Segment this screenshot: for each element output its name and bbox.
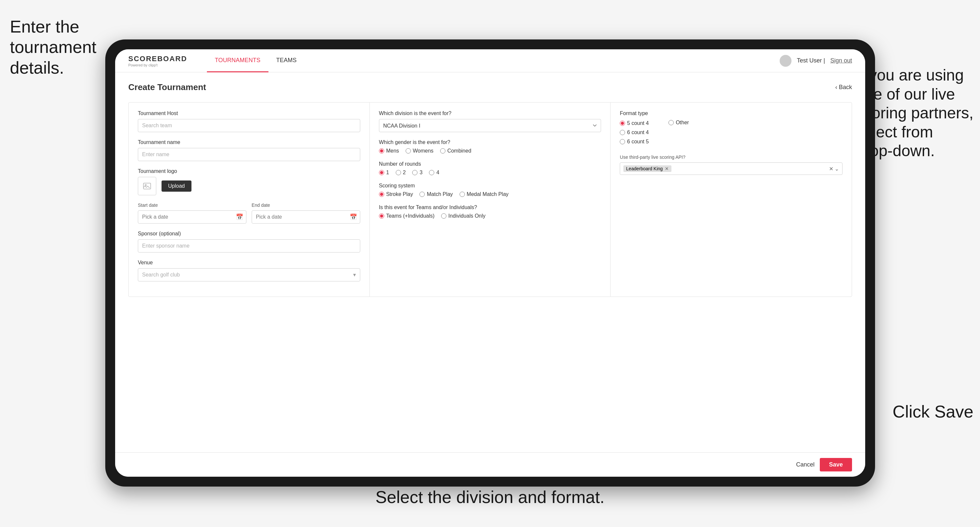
tournament-name-input[interactable] [138,148,360,161]
rounds-2-radio[interactable] [396,170,401,175]
user-name: Test User | [797,57,825,64]
gender-radio-group: Mens Womens Combined [379,148,601,154]
third-party-remove-icon[interactable]: ✕ [665,166,669,171]
format-6count4-radio[interactable] [620,130,625,135]
scoring-stroke-radio[interactable] [379,192,384,197]
nav-link-tournaments[interactable]: TOURNAMENTS [207,49,269,72]
tablet-screen: SCOREBOARD Powered by clipp't TOURNAMENT… [115,49,865,477]
cancel-button[interactable]: Cancel [796,461,815,468]
format-other[interactable]: Other [668,120,689,125]
brand-name: SCOREBOARD [128,55,187,63]
third-party-controls: ✕ ⌄ [829,166,839,172]
scoring-match-radio[interactable] [420,192,425,197]
tablet-frame: SCOREBOARD Powered by clipp't TOURNAMENT… [105,40,875,487]
end-date-wrap: 📅 [252,210,360,224]
sponsor-input[interactable] [138,239,360,252]
rounds-3[interactable]: 3 [412,170,422,176]
dates-group: Start date 📅 End date [138,203,360,224]
brand-sub: Powered by clipp't [128,63,187,67]
format-6count5[interactable]: 6 count 5 [620,139,649,144]
individuals-only[interactable]: Individuals Only [441,213,485,219]
rounds-4[interactable]: 4 [429,170,439,176]
save-button[interactable]: Save [820,458,852,471]
format-type-group: Format type 5 count 4 6 count [620,111,843,144]
venue-group: Venue ▼ [138,260,360,281]
end-date-label: End date [252,203,360,208]
individuals-only-radio[interactable] [441,213,446,219]
gender-mens-radio[interactable] [379,148,384,154]
annotation-click-save: Click Save [892,402,974,422]
rounds-1-radio[interactable] [379,170,384,175]
form-grid: Tournament Host Tournament name Tourname… [128,102,852,297]
third-party-select[interactable]: Leaderboard King ✕ ✕ ⌄ [620,162,843,175]
division-select[interactable]: NCAA Division I [379,119,601,132]
rounds-label: Number of rounds [379,161,601,167]
third-party-chevron-icon[interactable]: ⌄ [835,166,839,172]
format-type-options-row: 5 count 4 6 count 4 6 count 5 [620,119,843,144]
nav-right: Test User | Sign out [780,55,852,67]
annotation-select-division: Select the division and format. [375,487,605,507]
form-col-2: Which division is the event for? NCAA Di… [370,103,611,297]
brand: SCOREBOARD Powered by clipp't [128,55,187,67]
sponsor-group: Sponsor (optional) [138,231,360,252]
format-6count4[interactable]: 6 count 4 [620,130,649,135]
tournament-name-group: Tournament name [138,140,360,161]
scoring-group: Scoring system Stroke Play Match Play [379,183,601,197]
tournament-name-label: Tournament name [138,140,360,145]
end-date-input[interactable] [252,210,360,224]
sponsor-label: Sponsor (optional) [138,231,360,237]
format-type-label: Format type [620,111,843,116]
gender-group: Which gender is the event for? Mens Wome… [379,140,601,154]
gender-combined-radio[interactable] [440,148,445,154]
sign-out-link[interactable]: Sign out [830,57,852,64]
start-date-input[interactable] [138,210,247,224]
rounds-1[interactable]: 1 [379,170,389,176]
teams-plus-radio[interactable] [379,213,384,219]
date-row: Start date 📅 End date [138,203,360,224]
third-party-group: Use third-party live scoring API? Leader… [620,154,843,175]
teams-radio-group: Teams (+Individuals) Individuals Only [379,213,601,219]
upload-button[interactable]: Upload [162,181,191,192]
rounds-2[interactable]: 2 [396,170,406,176]
scoring-radio-group: Stroke Play Match Play Medal Match Play [379,191,601,197]
gender-combined[interactable]: Combined [440,148,471,154]
teams-label: Is this event for Teams and/or Individua… [379,205,601,210]
division-label: Which division is the event for? [379,111,601,116]
format-other-group: Other [668,120,689,125]
tournament-host-input[interactable] [138,119,360,132]
rounds-4-radio[interactable] [429,170,434,175]
scoring-stroke[interactable]: Stroke Play [379,191,413,197]
scoring-match[interactable]: Match Play [420,191,453,197]
gender-label: Which gender is the event for? [379,140,601,145]
rounds-3-radio[interactable] [412,170,417,175]
tournament-logo-group: Tournament logo Upload [138,168,360,195]
gender-womens-radio[interactable] [406,148,411,154]
gender-mens[interactable]: Mens [379,148,399,154]
format-6count5-radio[interactable] [620,139,625,144]
form-footer: Cancel Save [115,452,865,477]
teams-plus-individuals[interactable]: Teams (+Individuals) [379,213,434,219]
tournament-host-group: Tournament Host [138,111,360,132]
form-col-3: Format type 5 count 4 6 count [611,103,852,297]
third-party-tag: Leaderboard King ✕ [624,165,671,172]
format-5count4[interactable]: 5 count 4 [620,120,649,126]
third-party-label: Use third-party live scoring API? [620,154,843,160]
scoring-medal-match[interactable]: Medal Match Play [460,191,509,197]
nav-bar: SCOREBOARD Powered by clipp't TOURNAMENT… [115,49,865,72]
back-link[interactable]: ‹ Back [835,84,852,91]
page-title: Create Tournament [128,82,206,92]
rounds-radio-group: 1 2 3 [379,170,601,176]
gender-womens[interactable]: Womens [406,148,434,154]
venue-input[interactable] [138,268,360,281]
content-area: Create Tournament ‹ Back Tournament Host… [115,72,865,452]
third-party-clear-icon[interactable]: ✕ [829,166,833,172]
format-other-radio[interactable] [668,120,674,125]
format-5count4-radio[interactable] [620,121,625,126]
user-avatar [780,55,792,67]
nav-link-teams[interactable]: TEAMS [269,49,305,72]
svg-point-5 [145,184,146,186]
scoring-medal-match-radio[interactable] [460,192,465,197]
start-date-wrap: 📅 [138,210,247,224]
teams-group: Is this event for Teams and/or Individua… [379,205,601,219]
scoring-label: Scoring system [379,183,601,189]
